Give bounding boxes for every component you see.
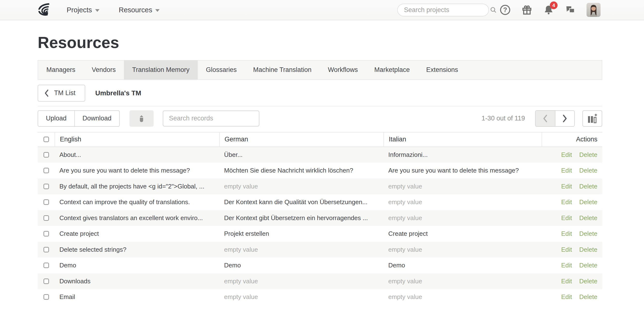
manage-columns-button[interactable]: [582, 110, 602, 127]
delete-link[interactable]: Delete: [579, 262, 598, 269]
delete-link[interactable]: Delete: [579, 183, 598, 190]
cell-german: empty value: [219, 278, 384, 285]
cell-english: Create project: [54, 230, 219, 238]
delete-link[interactable]: Delete: [579, 293, 598, 301]
row-checkbox[interactable]: [44, 199, 49, 205]
edit-link[interactable]: Edit: [561, 183, 572, 190]
delete-records-button[interactable]: [130, 110, 154, 127]
row-checkbox[interactable]: [44, 247, 49, 253]
gift-button[interactable]: [521, 4, 532, 15]
top-navigation: Projects Resources ?: [0, 0, 644, 20]
edit-link[interactable]: Edit: [561, 198, 572, 206]
section-divider: [38, 106, 602, 106]
tab-translation-memory[interactable]: Translation Memory: [124, 60, 198, 79]
messages-button[interactable]: [565, 4, 576, 15]
table-row: Are you sure you want to delete this mes…: [38, 163, 602, 179]
cell-actions: Edit Delete: [542, 246, 602, 253]
cell-german: Der Kontext kann die Qualität von Überse…: [219, 198, 384, 206]
column-header-english: English: [54, 132, 219, 146]
cell-italian: empty value: [384, 246, 542, 253]
tab-managers[interactable]: Managers: [38, 60, 84, 79]
edit-link[interactable]: Edit: [561, 262, 572, 269]
cell-italian: empty value: [384, 278, 542, 285]
edit-link[interactable]: Edit: [561, 151, 572, 159]
chevron-down-icon: [95, 9, 100, 12]
table-header: English German Italian Actions: [38, 132, 602, 147]
cell-italian: Create project: [384, 230, 542, 238]
tab-marketplace[interactable]: Marketplace: [366, 60, 418, 79]
delete-link[interactable]: Delete: [579, 167, 598, 174]
previous-page-button[interactable]: [536, 111, 555, 126]
delete-link[interactable]: Delete: [579, 214, 598, 222]
table-row: Create project Projekt erstellen Create …: [38, 226, 602, 242]
crowdin-logo-icon[interactable]: [36, 2, 52, 18]
delete-link[interactable]: Delete: [579, 151, 598, 159]
notifications-button[interactable]: 4: [543, 4, 554, 15]
cell-german: empty value: [219, 246, 384, 253]
main-menu: Projects Resources: [67, 6, 160, 14]
help-button[interactable]: ?: [500, 4, 511, 15]
row-checkbox[interactable]: [44, 231, 49, 237]
table-row: Email empty value empty value Edit Delet…: [38, 289, 602, 305]
cell-actions: Edit Delete: [542, 293, 602, 301]
row-checkbox[interactable]: [44, 168, 49, 173]
question-mark-icon: ?: [500, 5, 510, 15]
tm-list-back-button[interactable]: TM List: [38, 85, 85, 102]
delete-link[interactable]: Delete: [579, 246, 598, 253]
edit-link[interactable]: Edit: [561, 293, 572, 301]
delete-link[interactable]: Delete: [579, 278, 598, 285]
row-checkbox[interactable]: [44, 263, 49, 268]
next-page-button[interactable]: [555, 111, 574, 126]
edit-link[interactable]: Edit: [561, 246, 572, 253]
upload-download-group: Upload Download: [38, 110, 120, 127]
delete-link[interactable]: Delete: [579, 198, 598, 206]
nav-projects[interactable]: Projects: [67, 6, 100, 14]
row-checkbox[interactable]: [44, 152, 49, 158]
column-header-actions: Actions: [542, 132, 602, 146]
tab-machine-translation[interactable]: Machine Translation: [245, 60, 320, 79]
edit-link[interactable]: Edit: [561, 278, 572, 285]
page-title: Resources: [38, 34, 602, 51]
cell-english: By default, all the projects have <g id=…: [54, 183, 219, 190]
tab-vendors[interactable]: Vendors: [84, 60, 124, 79]
user-avatar[interactable]: [586, 3, 600, 17]
row-checkbox[interactable]: [44, 184, 49, 189]
notification-badge: 4: [550, 1, 558, 9]
cell-english: Context can improve the quality of trans…: [54, 198, 219, 206]
nav-projects-label: Projects: [67, 6, 92, 14]
search-projects-box: [397, 3, 489, 16]
cell-italian: empty value: [384, 183, 542, 190]
tm-header-row: TM List Umbrella's TM: [38, 85, 602, 102]
delete-link[interactable]: Delete: [579, 230, 598, 238]
row-checkbox[interactable]: [44, 294, 49, 300]
edit-link[interactable]: Edit: [561, 230, 572, 238]
row-checkbox[interactable]: [44, 215, 49, 221]
cell-german: empty value: [219, 183, 384, 190]
edit-link[interactable]: Edit: [561, 167, 572, 174]
search-projects-input[interactable]: [404, 6, 490, 14]
table-row: Downloads empty value empty value Edit D…: [38, 274, 602, 289]
download-button[interactable]: Download: [74, 111, 119, 126]
edit-link[interactable]: Edit: [561, 214, 572, 222]
column-header-italian: Italian: [384, 132, 542, 146]
resources-tabs: Managers Vendors Translation Memory Glos…: [38, 60, 602, 80]
upload-button[interactable]: Upload: [38, 111, 74, 126]
cell-italian: Are you sure you want to delete this mes…: [384, 167, 542, 174]
cell-english: Email: [54, 293, 219, 301]
cell-actions: Edit Delete: [542, 262, 602, 269]
nav-resources-label: Resources: [119, 6, 152, 14]
cell-english: Are you sure you want to delete this mes…: [54, 167, 219, 174]
select-all-checkbox[interactable]: [44, 137, 49, 142]
tab-workflows[interactable]: Workflows: [320, 60, 366, 79]
nav-resources[interactable]: Resources: [119, 6, 160, 14]
tab-extensions[interactable]: Extensions: [418, 60, 466, 79]
tab-glossaries[interactable]: Glossaries: [198, 60, 245, 79]
cell-english: Demo: [54, 262, 219, 269]
column-header-german: German: [219, 132, 384, 146]
table-row: About... Über... Informazioni... Edit De…: [38, 147, 602, 163]
cell-italian: empty value: [384, 198, 542, 206]
row-checkbox[interactable]: [44, 279, 49, 284]
cell-actions: Edit Delete: [542, 230, 602, 238]
screen: Projects Resources ?: [0, 0, 644, 320]
search-records-input[interactable]: [163, 110, 259, 126]
